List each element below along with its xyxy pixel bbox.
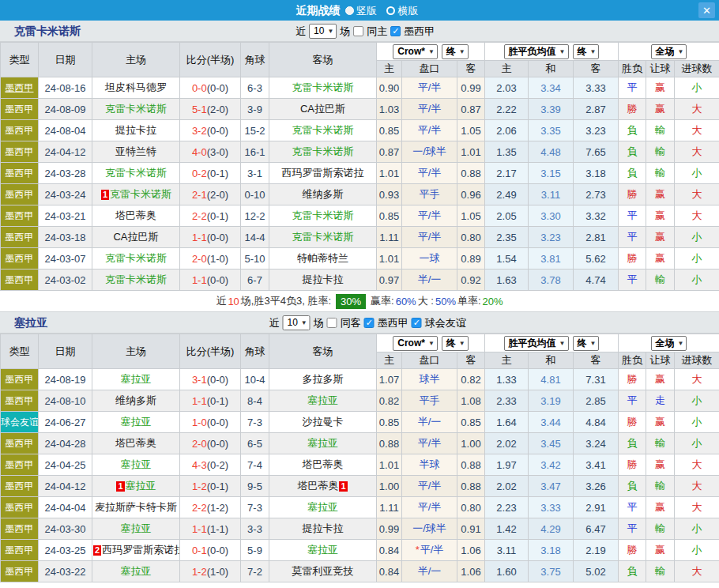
away-team-cell[interactable]: 塞拉亚 [269, 433, 377, 454]
fulltime-score: 0-2 [192, 168, 207, 179]
away-team-cell[interactable]: 维纳多斯 [269, 184, 377, 205]
league-type-cell[interactable]: 墨西甲 [1, 227, 39, 248]
away-team-cell[interactable]: 莫雷利亚竞技 [269, 561, 377, 582]
away-team-cell[interactable]: 提拉卡拉 [269, 270, 377, 291]
league-filter-label[interactable]: 墨西甲 [404, 24, 435, 39]
team-name-text: 莫雷利亚竞技 [292, 565, 354, 577]
league-type-cell[interactable]: 墨西甲 [1, 561, 39, 582]
away-team-cell[interactable]: 塔巴蒂奥1 [269, 476, 377, 497]
away-team-cell[interactable]: 克雷卡米诺斯 [269, 77, 377, 99]
home-team-cell[interactable]: 克雷卡米诺斯 [92, 248, 180, 270]
home-team-cell[interactable]: 麦拉斯萨卡特卡斯 [92, 497, 180, 518]
league-type-cell[interactable]: 墨西甲 [1, 205, 39, 227]
home-team-cell[interactable]: 塞拉亚 [92, 518, 180, 540]
home-team-cell[interactable]: 克雷卡米诺斯 [92, 99, 180, 120]
match-count-select[interactable]: 10▼ [309, 24, 337, 39]
fulltime-score: 3-1 [192, 374, 207, 386]
league-type-cell[interactable]: 球会友谊 [1, 412, 39, 433]
league-type-cell[interactable]: 墨西甲 [1, 248, 39, 270]
home-team-cell[interactable]: 塞拉亚 [92, 412, 180, 433]
away-team-cell[interactable]: 克雷卡米诺斯 [269, 227, 377, 248]
away-team-cell[interactable]: 塞拉亚 [269, 390, 377, 412]
scope-select[interactable]: 全场▼ [651, 44, 687, 59]
score-cell: 1-2(0-1) [180, 476, 241, 497]
league-type-cell[interactable]: 墨西甲 [1, 120, 39, 141]
league-type-cell[interactable]: 墨西甲 [1, 163, 39, 184]
final-odds-select-3[interactable]: 终▼ [442, 336, 469, 351]
away-team-cell[interactable]: 塞拉亚 [269, 497, 377, 518]
home-team-cell[interactable]: 维纳多斯 [92, 390, 180, 412]
away-team-cell[interactable]: 西玛罗雷斯索诺拉 [269, 163, 377, 184]
match-date: 24-03-28 [39, 163, 92, 184]
home-team-cell[interactable]: 塔巴蒂奥 [92, 433, 180, 454]
league-type-cell[interactable]: 墨西甲 [1, 141, 39, 163]
away-team-cell[interactable]: 提拉卡拉 [269, 518, 377, 540]
league-filter-checkbox-2[interactable] [364, 318, 375, 328]
asia-away-odds: 1.01 [457, 141, 485, 163]
horizontal-layout-radio[interactable] [386, 6, 395, 15]
friendly-filter-label[interactable]: 球会友谊 [425, 316, 466, 330]
final-odds-select2[interactable]: 终▼ [573, 44, 600, 59]
close-icon[interactable]: ✕ [698, 2, 715, 18]
vertical-layout-label[interactable]: 竖版 [356, 5, 377, 17]
euro-average-select[interactable]: 胜平负均值▼ [504, 44, 569, 59]
league-type-cell[interactable]: 墨西甲 [1, 454, 39, 476]
away-team-cell[interactable]: 塔巴蒂奥 [269, 454, 377, 476]
league-filter-label-2[interactable]: 墨西甲 [378, 316, 408, 330]
league-type-cell[interactable]: 墨西甲 [1, 476, 39, 497]
asia-home-odds: 1.11 [377, 227, 402, 248]
league-type-cell[interactable]: 墨西甲 [1, 518, 39, 540]
halftime-score: (0-0) [207, 82, 228, 94]
home-team-cell[interactable]: 克雷卡米诺斯 [92, 270, 180, 291]
same-home-label[interactable]: 同主 [367, 24, 387, 39]
friendly-filter-checkbox[interactable] [412, 318, 422, 328]
home-team-cell[interactable]: 1克雷卡米诺斯 [92, 184, 180, 205]
league-type-cell[interactable]: 墨西甲 [1, 497, 39, 518]
final-odds-select[interactable]: 终▼ [442, 44, 469, 59]
home-team-cell[interactable]: 塞拉亚 [92, 454, 180, 476]
match-date: 24-03-02 [39, 270, 92, 291]
league-type-cell[interactable]: 墨西甲 [1, 433, 39, 454]
home-team-cell[interactable]: 2西玛罗雷斯索诺拉 [92, 540, 180, 561]
away-team-cell[interactable]: 沙拉曼卡 [269, 412, 377, 433]
away-team-cell[interactable]: 克雷卡米诺斯 [269, 205, 377, 227]
euro-average-select-2[interactable]: 胜平负均值▼ [504, 336, 569, 351]
away-team-cell[interactable]: 克雷卡米诺斯 [269, 120, 377, 141]
home-team-cell[interactable]: 亚特兰特 [92, 141, 180, 163]
away-team-cell[interactable]: 特帕蒂特兰 [269, 248, 377, 270]
league-filter-checkbox[interactable] [390, 26, 401, 36]
league-type-cell[interactable]: 墨西甲 [1, 390, 39, 412]
home-team-cell[interactable]: 提拉卡拉 [92, 120, 180, 141]
away-team-cell[interactable]: 塞拉亚 [269, 540, 377, 561]
euro-draw-odds: 3.30 [529, 205, 574, 227]
league-type-cell[interactable]: 墨西甲 [1, 369, 39, 390]
final-odds-select-4[interactable]: 终▼ [573, 336, 600, 351]
league-type-cell[interactable]: 墨西甲 [1, 77, 39, 99]
away-team-cell[interactable]: 多拉多斯 [269, 369, 377, 390]
home-team-cell[interactable]: 1塞拉亚 [92, 476, 180, 497]
match-count-select-2[interactable]: 10▼ [282, 315, 310, 330]
home-team-cell[interactable]: 塔巴蒂奥 [92, 205, 180, 227]
league-type-cell[interactable]: 墨西甲 [1, 540, 39, 561]
asia-home-odds: 0.85 [377, 205, 402, 227]
same-home-checkbox[interactable] [353, 26, 363, 36]
home-team-cell[interactable]: 塞拉亚 [92, 561, 180, 582]
euro-away-odds: 2.85 [574, 390, 619, 412]
home-team-cell[interactable]: CA拉巴斯 [92, 227, 180, 248]
result-header: 全场▼ [619, 43, 719, 61]
vertical-layout-radio[interactable] [345, 6, 354, 15]
home-team-cell[interactable]: 坦皮科马德罗 [92, 77, 180, 99]
league-type-cell[interactable]: 墨西甲 [1, 184, 39, 205]
away-team-cell[interactable]: 克雷卡米诺斯 [269, 141, 377, 163]
scope-select-2[interactable]: 全场▼ [651, 336, 687, 351]
league-type-cell[interactable]: 墨西甲 [1, 270, 39, 291]
bookmaker-select-2[interactable]: Crow*▼ [393, 336, 438, 351]
away-team-cell[interactable]: CA拉巴斯 [269, 99, 377, 120]
horizontal-layout-label[interactable]: 横版 [397, 5, 418, 17]
same-away-label[interactable]: 同客 [341, 316, 361, 330]
same-away-checkbox[interactable] [327, 318, 337, 328]
bookmaker-select[interactable]: Crow*▼ [393, 44, 438, 59]
league-type-cell[interactable]: 墨西甲 [1, 99, 39, 120]
home-team-cell[interactable]: 克雷卡米诺斯 [92, 163, 180, 184]
home-team-cell[interactable]: 塞拉亚 [92, 369, 180, 390]
